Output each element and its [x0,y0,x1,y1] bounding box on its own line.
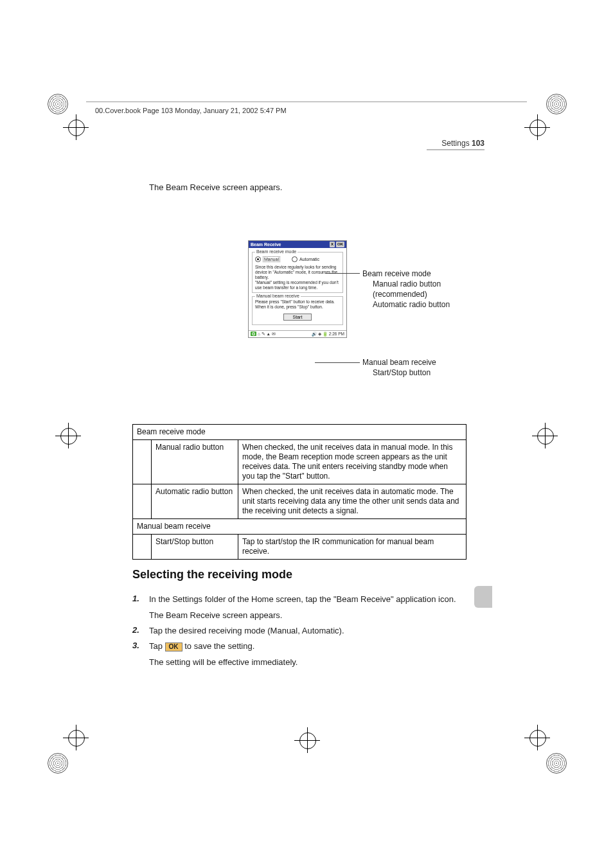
step-body: Tap OK to save the setting. [149,641,466,652]
step3-pre: Tap [149,641,165,651]
header-rule [427,149,484,150]
manual-radio[interactable]: Manual [255,256,280,262]
callout-line1: Beam receive mode [362,269,450,279]
step-2: 2. Tap the desired receiving mode (Manua… [132,625,466,637]
figure-titlebar: Beam Receive X OK [249,241,346,248]
figure-title-text: Beam Receive [251,242,281,247]
crop-knob-icon [546,94,567,114]
intro-text: The Beam Receive screen appears. [149,182,282,192]
beam-receive-mode-group: Beam receive mode Manual Automatic Since… [252,252,343,293]
heading-selecting-mode: Selecting the receiving mode [132,568,292,581]
step-body: In the Settings folder of the Home scree… [149,594,466,605]
step-number: 3. [132,641,149,652]
manual-radio-label: Manual [263,256,280,262]
crosshair-icon [524,114,550,140]
table-spacer [133,440,152,484]
crop-knob-icon [546,753,567,774]
table-spacer [133,484,152,519]
callout-line [325,273,360,274]
header-section: Settings [441,139,469,148]
crosshair-icon [63,114,89,140]
table-cell-label: Start/Stop button [152,535,238,560]
group1-description: Since this device regularly looks for se… [255,265,340,290]
callout-line4: Automatic radio button [362,299,450,310]
table-cell-desc: When checked, the unit receives data in … [238,440,466,484]
table-row: Start/Stop button Tap to start/stop the … [133,535,466,560]
table-cell-desc: When checked, the unit receives data in … [238,484,466,519]
radio-dot-icon [255,256,261,262]
crop-knob-icon [48,753,68,774]
table-cell-label: Manual radio button [152,440,238,484]
table-cell-label: Automatic radio button [152,484,238,519]
callout-manual-beam-receive: Manual beam receive Start/Stop button [362,357,436,378]
crosshair-icon [532,423,558,448]
step-1: 1. In the Settings folder of the Home sc… [132,594,466,605]
callout2-line2: Start/Stop button [362,368,436,378]
callout-beam-receive-mode: Beam receive mode Manual radio button (r… [362,269,450,310]
automatic-radio-label: Automatic [299,257,319,261]
figure-close-button[interactable]: X [330,242,335,247]
taskbar-start-icon: G [251,332,256,336]
page-number: 103 [472,139,484,148]
table-header-manual-beam: Manual beam receive [133,519,466,535]
callout2-line1: Manual beam receive [362,357,436,368]
table-header-beam-mode: Beam receive mode [133,425,466,440]
taskbar-tray-icons: 🔊 ◈ 🔋 [312,332,328,336]
callout-line2: Manual radio button [362,279,450,289]
step-number: 2. [132,625,149,637]
callout-line [315,362,360,363]
ok-inline-button[interactable]: OK [165,642,182,651]
taskbar-icons: ⌂ ✎ ▲ ✉ [258,332,276,336]
crosshair-icon [55,423,81,448]
crosshair-icon [524,725,550,750]
step-body: Tap the desired receiving mode (Manual, … [149,625,466,637]
taskbar-right: 🔊 ◈ 🔋 2:26 PM [312,332,344,337]
automatic-radio[interactable]: Automatic [292,256,319,262]
description-table: Beam receive mode Manual radio button Wh… [132,424,466,560]
table-spacer [133,535,152,560]
step-number: 1. [132,594,149,605]
table-row: Manual radio button When checked, the un… [133,440,466,484]
group2-description: Please press "Start" button to receive d… [255,299,340,310]
steps-list: 1. In the Settings folder of the Home sc… [132,590,466,672]
running-header: 00.Cover.book Page 103 Monday, January 2… [95,107,287,114]
radio-dot-icon [292,256,298,262]
table-row: Manual beam receive [133,519,466,535]
step3-post: to save the setting. [184,641,254,651]
start-button[interactable]: Start [283,314,312,321]
manual-beam-receive-group: Manual beam receive Please press "Start"… [252,296,343,325]
beam-receive-figure: Beam Receive X OK Beam receive mode Manu… [248,240,347,338]
table-row: Automatic radio button When checked, the… [133,484,466,519]
group1-legend: Beam receive mode [255,249,298,254]
crosshair-icon [63,725,89,750]
page-header: Settings 103 [441,139,484,148]
callout-line3: (recommended) [362,289,450,299]
figure-taskbar: G ⌂ ✎ ▲ ✉ 🔊 ◈ 🔋 2:26 PM [249,330,346,337]
step-1-sub: The Beam Receive screen appears. [149,610,466,620]
table-cell-desc: Tap to start/stop the IR communication f… [238,535,466,560]
figure-ok-button[interactable]: OK [336,242,344,247]
thumb-tab [474,586,492,608]
table-row: Beam receive mode [133,425,466,440]
step-3: 3. Tap OK to save the setting. [132,641,466,652]
step-3-sub: The setting will be effective immediatel… [149,657,466,667]
taskbar-time: 2:26 PM [329,332,344,336]
crop-knob-icon [48,94,68,114]
group2-legend: Manual beam receive [255,294,301,298]
